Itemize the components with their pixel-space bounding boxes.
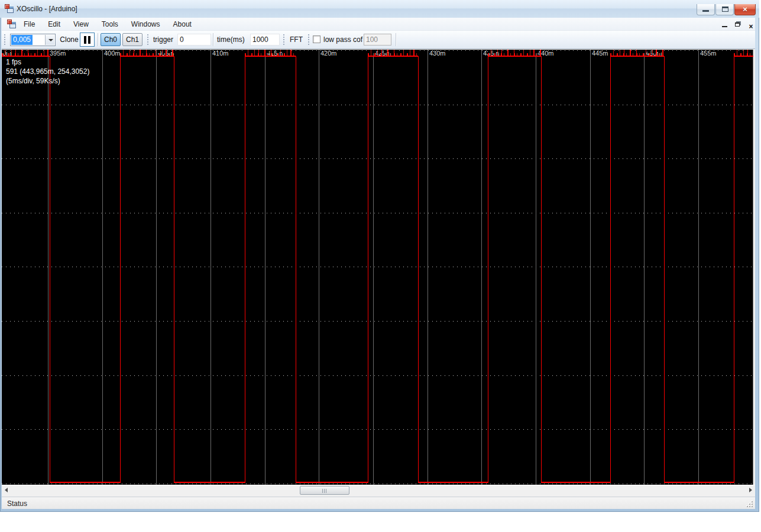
toolbar: 0,005 Clone Ch0 Ch1 trigger time(ms) FFT… <box>2 31 755 49</box>
trigger-input[interactable] <box>177 34 211 46</box>
grid-vline <box>698 50 699 485</box>
mdi-close-button[interactable]: × <box>746 21 756 29</box>
trace-high-segment <box>2 56 50 57</box>
menu-item-windows[interactable]: Windows <box>125 18 167 31</box>
channel0-button[interactable]: Ch0 <box>101 33 121 46</box>
mdi-restore-icon <box>735 22 740 27</box>
trace-high-segment <box>120 56 174 57</box>
toolbar-grip[interactable] <box>283 34 284 46</box>
thumb-grip-icon <box>322 489 327 493</box>
mdi-minimize-button[interactable] <box>720 21 730 29</box>
scroll-right-button[interactable] <box>745 485 755 495</box>
maximize-button[interactable] <box>715 4 734 15</box>
scrollbar-thumb[interactable] <box>300 486 349 495</box>
grid-vline <box>319 50 319 485</box>
trace-edge <box>418 56 419 483</box>
trace-low-segment <box>541 482 610 483</box>
toolbar-grip[interactable] <box>308 34 309 46</box>
time-axis-label: 455m <box>700 50 717 57</box>
menu-item-view[interactable]: View <box>67 18 95 31</box>
time-axis-label: 400m <box>104 50 121 57</box>
pause-button[interactable] <box>80 33 95 47</box>
menu-items: FileEditViewToolsWindowsAbout <box>17 18 198 31</box>
time-axis-label: 410m <box>212 50 229 57</box>
trace-low-segment <box>296 482 368 483</box>
grid-vline <box>373 50 374 485</box>
lowpass-checkbox[interactable] <box>313 35 320 43</box>
fft-button[interactable]: FFT <box>287 33 305 46</box>
trace-edge <box>120 56 121 483</box>
scroll-left-button[interactable] <box>2 485 12 495</box>
trace-edge <box>488 56 488 483</box>
mdi-child-icon[interactable] <box>7 20 17 29</box>
scale-readout: (5ms/div, 59Ks/s) <box>6 76 89 86</box>
grid-hline <box>2 213 753 213</box>
close-button[interactable]: × <box>734 4 756 15</box>
grid-vline <box>481 50 482 485</box>
mdi-icon-red-square <box>7 20 12 24</box>
grid-vline <box>753 50 753 485</box>
resize-grip[interactable] <box>746 500 753 507</box>
grid-vline <box>265 50 265 485</box>
scale-combobox-value: 0,005 <box>11 35 33 45</box>
trace-edge <box>368 56 368 483</box>
scale-combobox[interactable]: 0,005 <box>10 34 56 46</box>
app-window: XOscillo - [Arduino] × FileEditViewTools… <box>0 0 759 512</box>
title-bar[interactable]: XOscillo - [Arduino] × <box>0 0 759 18</box>
menu-item-edit[interactable]: Edit <box>41 18 67 31</box>
mdi-restore-button[interactable] <box>733 21 743 29</box>
trace-edge <box>664 56 665 483</box>
trace-high-segment <box>610 56 664 57</box>
cursor-readout: 591 (443,965m, 254,3052) <box>6 67 89 76</box>
time-axis-label: 420m <box>320 50 337 57</box>
close-icon: × <box>735 5 755 14</box>
app-icon-red-square <box>5 4 9 9</box>
pause-icon <box>84 36 86 44</box>
trace-noise-band <box>734 50 753 56</box>
trigger-label: trigger <box>153 35 173 44</box>
grid-vline <box>102 50 103 485</box>
trace-noise-band <box>368 50 418 56</box>
app-icon <box>5 4 14 14</box>
trace-low-segment <box>418 482 488 483</box>
lowpass-label: low pass cof <box>323 35 362 44</box>
toolbar-grip[interactable] <box>147 34 148 46</box>
arrow-right-icon <box>749 488 752 492</box>
oscilloscope-canvas[interactable]: 390m395m400m405m410m415m420m425m430m435m… <box>2 50 753 485</box>
menu-item-about[interactable]: About <box>167 18 198 31</box>
toolbar-separator <box>213 33 213 46</box>
menu-item-file[interactable]: File <box>17 18 41 31</box>
statusbar-divider <box>2 497 755 497</box>
window-title: XOscillo - [Arduino] <box>17 5 77 13</box>
trace-edge <box>541 56 542 483</box>
grid-hline <box>2 105 753 105</box>
minimize-icon <box>702 10 709 12</box>
clone-button[interactable]: Clone <box>58 33 80 46</box>
window-content: FileEditViewToolsWindowsAbout × 0,005 Cl… <box>2 18 755 509</box>
status-text: Status <box>7 499 27 508</box>
menu-item-tools[interactable]: Tools <box>95 18 125 31</box>
trace-high-segment <box>245 56 296 57</box>
minimize-button[interactable] <box>697 4 715 15</box>
grid-vline <box>211 50 211 485</box>
trace-edge <box>296 56 296 483</box>
maximize-icon <box>722 7 728 12</box>
arrow-left-icon <box>5 488 8 492</box>
trace-high-segment <box>488 56 541 57</box>
pause-icon-bar2 <box>88 36 90 44</box>
toolbar-grip[interactable] <box>4 34 5 46</box>
grid-vline <box>536 50 536 485</box>
mdi-close-icon: × <box>749 22 753 31</box>
trace-edge <box>245 56 245 483</box>
time-input[interactable] <box>250 34 280 46</box>
scale-combobox-dropdown-button[interactable] <box>45 35 54 45</box>
grid-hline <box>2 321 753 322</box>
grid-hline <box>2 484 753 484</box>
lowpass-cof-input[interactable] <box>364 34 391 46</box>
mdi-minimize-icon <box>722 26 727 27</box>
fps-readout: 1 fps <box>6 57 89 67</box>
channel1-button[interactable]: Ch1 <box>122 33 143 46</box>
horizontal-scrollbar[interactable] <box>2 485 755 495</box>
trace-noise-band <box>488 50 541 56</box>
trace-edge <box>50 56 50 483</box>
